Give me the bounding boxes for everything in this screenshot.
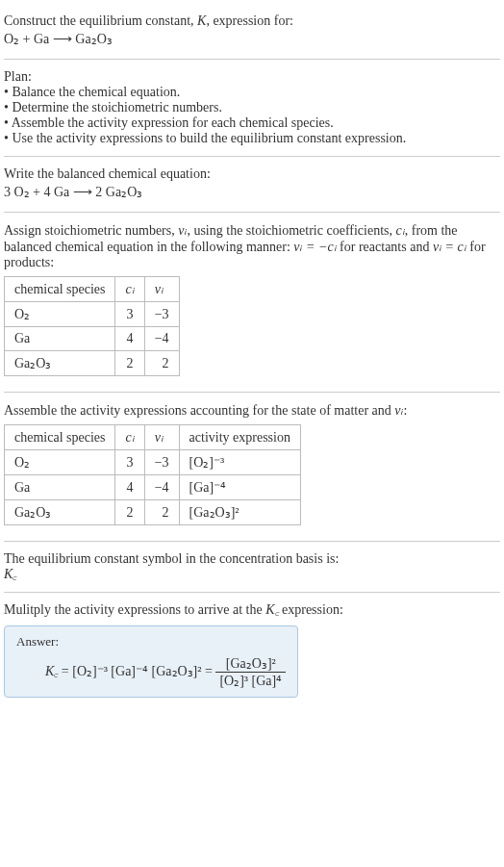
cell-species: Ga₂O₃	[5, 500, 115, 525]
th-nu: νᵢ	[144, 425, 179, 450]
plan-item: Determine the stoichiometric numbers.	[4, 100, 500, 115]
table-row: Ga₂O₃ 2 2	[5, 351, 180, 376]
cell-nu: 2	[144, 351, 179, 376]
stoich-table: chemical species cᵢ νᵢ O₂ 3 −3 Ga 4 −4 G…	[4, 276, 180, 376]
cell-species: Ga₂O₃	[5, 351, 115, 376]
symbol-text: The equilibrium constant symbol in the c…	[4, 551, 500, 567]
activity-table: chemical species cᵢ νᵢ activity expressi…	[4, 424, 301, 525]
answer-label: Answer:	[16, 634, 286, 650]
divider	[4, 59, 500, 60]
header-section: Construct the equilibrium constant, K, e…	[4, 8, 500, 55]
table-row: Ga 4 −4 [Ga]⁻⁴	[5, 475, 301, 500]
table-row: O₂ 3 −3	[5, 302, 180, 327]
table-header-row: chemical species cᵢ νᵢ	[5, 277, 180, 302]
title-text-1: Construct the equilibrium constant,	[4, 13, 197, 28]
th-species: chemical species	[5, 425, 115, 450]
cell-c: 2	[115, 351, 144, 376]
th-c: cᵢ	[115, 277, 144, 302]
cell-c: 4	[115, 475, 144, 500]
stoich-section: Assign stoichiometric numbers, νᵢ, using…	[4, 217, 500, 388]
divider	[4, 541, 500, 542]
activity-text-2: :	[404, 403, 408, 418]
th-nu: νᵢ	[144, 277, 179, 302]
title-text-1b: , expression for:	[206, 13, 293, 28]
plan-label: Plan:	[4, 69, 500, 85]
answer-fraction: [Ga₂O₃]²[O₂]³ [Ga]⁴	[215, 655, 286, 689]
divider	[4, 592, 500, 593]
c-i: cᵢ	[396, 223, 405, 238]
symbol-section: The equilibrium constant symbol in the c…	[4, 546, 500, 588]
balanced-label: Write the balanced chemical equation:	[4, 166, 500, 182]
cell-c: 3	[115, 450, 144, 475]
th-species: chemical species	[5, 277, 115, 302]
activity-text-1: Assemble the activity expressions accoun…	[4, 403, 394, 418]
plan-item: Balance the chemical equation.	[4, 85, 500, 100]
table-row: Ga₂O₃ 2 2 [Ga₂O₃]²	[5, 500, 301, 525]
title-K: K	[197, 13, 206, 28]
divider	[4, 156, 500, 157]
stoich-text: Assign stoichiometric numbers, νᵢ, using…	[4, 222, 500, 270]
answer-eq-part1: = [O₂]⁻³ [Ga]⁻⁴ [Ga₂O₃]² =	[58, 664, 215, 678]
multiply-text: Mulitply the activity expressions to arr…	[4, 602, 500, 618]
table-row: O₂ 3 −3 [O₂]⁻³	[5, 450, 301, 475]
frac-numerator: [Ga₂O₃]²	[215, 655, 286, 673]
cell-nu: 2	[144, 500, 179, 525]
activity-section: Assemble the activity expressions accoun…	[4, 396, 500, 537]
title: Construct the equilibrium constant, K, e…	[4, 13, 500, 29]
th-expr: activity expression	[179, 425, 300, 450]
plan-section: Plan: Balance the chemical equation. Det…	[4, 64, 500, 152]
stoich-text-4: for reactants and	[337, 240, 433, 254]
plan-item: Assemble the activity expression for eac…	[4, 115, 500, 131]
nu-i: νᵢ	[394, 403, 403, 418]
cell-species: Ga	[5, 327, 115, 351]
frac-denominator: [O₂]³ [Ga]⁴	[215, 673, 286, 689]
kc-symbol: K꜀	[4, 567, 500, 582]
table-row: Ga 4 −4	[5, 327, 180, 351]
stoich-text-1: Assign stoichiometric numbers,	[4, 223, 178, 238]
cell-species: O₂	[5, 450, 115, 475]
divider	[4, 212, 500, 213]
cell-c: 2	[115, 500, 144, 525]
stoich-text-2: , using the stoichiometric coefficients,	[187, 223, 395, 238]
plan-list: Balance the chemical equation. Determine…	[4, 85, 500, 146]
multiply-section: Mulitply the activity expressions to arr…	[4, 597, 500, 711]
cell-expr: [Ga₂O₃]²	[179, 500, 300, 525]
rel-2: νᵢ = cᵢ	[433, 240, 466, 254]
answer-kc: K꜀	[45, 664, 58, 678]
cell-nu: −3	[144, 302, 179, 327]
multiply-text-1: Mulitply the activity expressions to arr…	[4, 602, 265, 617]
cell-c: 4	[115, 327, 144, 351]
cell-expr: [Ga]⁻⁴	[179, 475, 300, 500]
cell-expr: [O₂]⁻³	[179, 450, 300, 475]
rel-1: νᵢ = −cᵢ	[293, 240, 336, 254]
balanced-section: Write the balanced chemical equation: 3 …	[4, 161, 500, 208]
cell-nu: −4	[144, 327, 179, 351]
balanced-equation: 3 O₂ + 4 Ga ⟶ 2 Ga₂O₃	[4, 182, 500, 202]
plan-item: Use the activity expressions to build th…	[4, 131, 500, 146]
cell-species: Ga	[5, 475, 115, 500]
th-c: cᵢ	[115, 425, 144, 450]
multiply-text-2: expression:	[279, 602, 343, 617]
answer-equation: K꜀ = [O₂]⁻³ [Ga]⁻⁴ [Ga₂O₃]² = [Ga₂O₃]²[O…	[16, 655, 286, 689]
divider	[4, 392, 500, 393]
cell-c: 3	[115, 302, 144, 327]
cell-species: O₂	[5, 302, 115, 327]
cell-nu: −4	[144, 475, 179, 500]
cell-nu: −3	[144, 450, 179, 475]
kc: K꜀	[265, 602, 278, 617]
table-header-row: chemical species cᵢ νᵢ activity expressi…	[5, 425, 301, 450]
activity-text: Assemble the activity expressions accoun…	[4, 402, 500, 419]
unbalanced-equation: O₂ + Ga ⟶ Ga₂O₃	[4, 29, 500, 49]
answer-box: Answer: K꜀ = [O₂]⁻³ [Ga]⁻⁴ [Ga₂O₃]² = [G…	[4, 625, 298, 698]
